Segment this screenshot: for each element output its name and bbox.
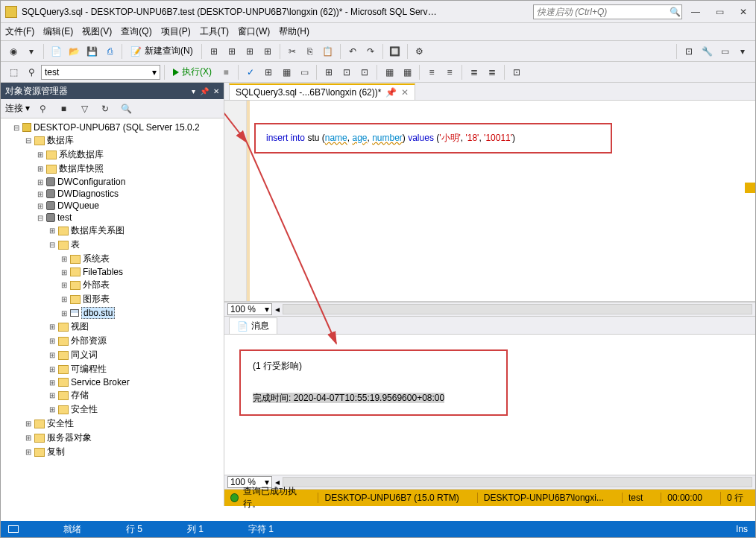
change-conn-icon[interactable]: ⚲ (23, 64, 40, 80)
maximize-button[interactable]: ▭ (712, 7, 727, 17)
pin-icon[interactable]: 📌 (200, 87, 209, 95)
copy-icon[interactable]: ⎘ (302, 43, 318, 60)
save-icon[interactable]: 💾 (84, 43, 100, 60)
minimize-button[interactable]: — (688, 7, 703, 17)
diagrams-node[interactable]: ⊞数据库关系图 (48, 224, 224, 238)
nav-fwd-icon[interactable]: ▾ (23, 43, 40, 60)
cut-icon[interactable]: ✂ (284, 43, 300, 60)
database-dropdown[interactable]: test ▾ (41, 65, 160, 80)
opt4-icon[interactable]: ▦ (381, 64, 397, 80)
menu-window[interactable]: 窗口(W) (238, 25, 270, 38)
quick-launch-input[interactable] (534, 7, 670, 17)
panel-dropdown-icon[interactable]: ▾ (192, 87, 195, 95)
execute-button[interactable]: 执行(X) (168, 64, 216, 80)
sql-editor[interactable]: insert into stu (name, age, number) valu… (224, 101, 755, 302)
menu-file[interactable]: 文件(F) (5, 25, 34, 38)
window-icon[interactable]: ▭ (716, 43, 733, 60)
uncomment-icon[interactable]: ≣ (484, 64, 500, 80)
undo-icon[interactable]: ↶ (344, 43, 361, 60)
menu-edit[interactable]: 编辑(E) (43, 25, 73, 38)
new-query-button[interactable]: 📝 新建查询(N) (126, 43, 198, 60)
exttables-node[interactable]: ⊞外部表 (60, 278, 224, 292)
menu-tool[interactable]: 工具(T) (200, 25, 229, 38)
views-node[interactable]: ⊞视图 (48, 320, 224, 334)
dmx-icon[interactable]: ⊞ (224, 43, 240, 60)
dax-icon[interactable]: ⊞ (259, 43, 276, 60)
messages-tab[interactable]: 📄 消息 (229, 317, 277, 334)
document-tab[interactable]: SQLQuery3.sql -...6B7\longxin (62))* 📌 ✕ (229, 83, 415, 100)
refresh-icon[interactable]: ↻ (97, 101, 113, 117)
replication-node[interactable]: ⊞复制 (25, 445, 224, 459)
paste-icon[interactable]: 📋 (320, 43, 336, 60)
close-button[interactable]: ✕ (736, 7, 751, 17)
pin-tab-icon[interactable]: 📌 (385, 87, 397, 98)
graphtables-node[interactable]: ⊞图形表 (60, 292, 224, 306)
dwqueue-node[interactable]: ⊞DWQueue (37, 200, 224, 212)
dbsnap-node[interactable]: ⊞数据库快照 (37, 162, 224, 176)
parse-icon[interactable]: ✓ (242, 64, 259, 80)
menu-project[interactable]: 项目(P) (161, 25, 191, 38)
testdb-node[interactable]: ⊟test (37, 212, 224, 224)
nav-back-icon[interactable]: ◉ (5, 43, 22, 60)
search-icon[interactable]: 🔍 (670, 5, 681, 19)
security-node[interactable]: ⊞安全性 (25, 417, 224, 431)
panel-close-icon[interactable]: ✕ (213, 87, 219, 95)
more-icon[interactable]: ▾ (734, 43, 751, 60)
outdent-icon[interactable]: ≡ (441, 64, 458, 80)
indent-icon[interactable]: ≡ (423, 64, 440, 80)
tool-a-icon[interactable]: ⊡ (681, 43, 697, 60)
close-tab-icon[interactable]: ✕ (401, 87, 409, 98)
servicebroker-node[interactable]: ⊞Service Broker (48, 376, 224, 388)
opt1-icon[interactable]: ⊞ (321, 64, 337, 80)
opt5-icon[interactable]: ▦ (399, 64, 415, 80)
storage-node[interactable]: ⊞存储 (48, 388, 224, 402)
opt2-icon[interactable]: ⊡ (338, 64, 355, 80)
open-icon[interactable]: 📂 (66, 43, 82, 60)
dwconfig-node[interactable]: ⊞DWConfiguration (37, 176, 224, 188)
scroll-track[interactable] (283, 477, 752, 487)
sql-code-body[interactable]: insert into stu (name, age, number) valu… (247, 101, 755, 301)
databases-node[interactable]: ⊟数据库 (25, 133, 224, 148)
use-db-icon[interactable]: ⬚ (5, 64, 22, 80)
synonyms-node[interactable]: ⊞同义词 (48, 348, 224, 362)
stop-icon[interactable]: ■ (218, 64, 234, 80)
redo-icon[interactable]: ↷ (362, 43, 379, 60)
new-project-icon[interactable]: 📄 (48, 43, 64, 60)
serverobjects-node[interactable]: ⊞服务器对象 (25, 431, 224, 445)
mdx-icon[interactable]: ⊞ (206, 43, 222, 60)
server-node[interactable]: ⊟DESKTOP-UNPU6B7 (SQL Server 15.0.2 (13, 121, 224, 133)
dwdiag-node[interactable]: ⊞DWDiagnostics (37, 188, 224, 200)
extres-node[interactable]: ⊞外部资源 (48, 334, 224, 348)
dbsecurity-node[interactable]: ⊞安全性 (48, 402, 224, 417)
filter-icon[interactable]: ▽ (76, 101, 92, 117)
dbo-stu-node[interactable]: ⊞dbo.stu (60, 306, 224, 320)
systables-node[interactable]: ⊞系统表 (60, 252, 224, 266)
programmability-node[interactable]: ⊞可编程性 (48, 362, 224, 376)
messages-pane[interactable]: (1 行受影响) 完成时间: 2020-04-07T10:55:19.95696… (224, 335, 755, 475)
filetables-node[interactable]: ⊞FileTables (60, 266, 224, 278)
menu-query[interactable]: 查询(Q) (121, 25, 151, 38)
search-tree-icon[interactable]: 🔍 (118, 101, 134, 117)
comment-icon[interactable]: ≣ (466, 64, 482, 80)
menu-view[interactable]: 视图(V) (82, 25, 112, 38)
opt-end-icon[interactable]: ⊡ (508, 64, 525, 80)
results-text-icon[interactable]: ▭ (296, 64, 312, 80)
scroll-left-icon[interactable]: ◂ (275, 304, 280, 314)
menu-help[interactable]: 帮助(H) (279, 25, 309, 38)
wrench-icon[interactable]: 🔧 (699, 43, 715, 60)
find-icon[interactable]: 🔲 (387, 43, 403, 60)
solution-icon[interactable]: ⚙ (412, 43, 428, 60)
results-grid-icon[interactable]: ▦ (278, 64, 294, 80)
xmla-icon[interactable]: ⊞ (242, 43, 258, 60)
stop-conn-icon[interactable]: ■ (55, 101, 72, 117)
plan-icon[interactable]: ⊞ (260, 64, 277, 80)
object-tree[interactable]: ⊟DESKTOP-UNPU6B7 (SQL Server 15.0.2 ⊟数据库… (1, 118, 224, 506)
scroll-track[interactable] (283, 304, 752, 314)
zoom-select[interactable]: 100 %▾ (227, 303, 272, 315)
tables-node[interactable]: ⊟表 (48, 238, 224, 252)
connect-button[interactable]: 连接 ▾ (5, 102, 30, 115)
save-all-icon[interactable]: ⎙ (101, 43, 118, 60)
sysdb-node[interactable]: ⊞系统数据库 (37, 148, 224, 162)
opt3-icon[interactable]: ⊡ (356, 64, 373, 80)
disconnect-icon[interactable]: ⚲ (34, 101, 51, 117)
